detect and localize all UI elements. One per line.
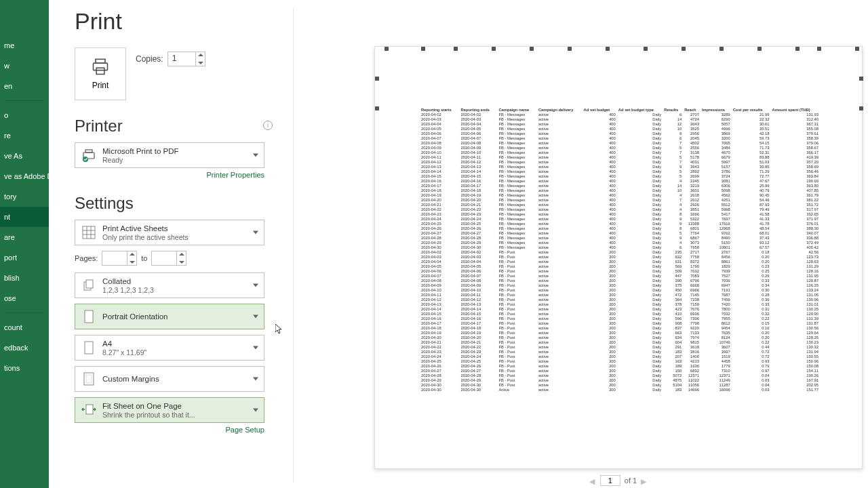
page-setup-link[interactable]: Page Setup — [75, 426, 264, 434]
margin-handle[interactable] — [375, 77, 379, 81]
prev-page-button[interactable]: ◀ — [589, 477, 596, 484]
copies-spinner[interactable] — [195, 52, 205, 66]
table-row: 2020-04-072020-04-07FB - Postactive200Da… — [420, 274, 820, 279]
table-row: 2020-04-172020-04-17FB - Postactive200Da… — [420, 321, 820, 326]
table-row: 2020-04-272020-04-27FB - Postactive200Da… — [420, 369, 820, 373]
sidebar-item-13[interactable]: count — [0, 317, 49, 338]
next-page-button[interactable]: ▶ — [641, 477, 648, 484]
sidebar-item-6[interactable]: ve as Adobe DF — [0, 166, 49, 186]
pages-from-spinner[interactable] — [127, 251, 136, 265]
copies-label: Copies: — [136, 54, 163, 64]
pages-label: Pages: — [75, 254, 98, 262]
panel-divider — [293, 8, 294, 483]
print-preview: Reporting startsReporting endsCampaign n… — [374, 46, 863, 469]
table-row: 2020-04-302020-04-30FB - Postactive200Da… — [420, 383, 820, 388]
orientation-select[interactable]: Portrait Orientation — [75, 304, 264, 329]
table-row: 2020-04-242020-04-24FB - Messagesactive4… — [420, 217, 820, 222]
table-row: 2020-04-202020-04-20FB - Postactive200Da… — [420, 336, 820, 340]
chevron-down-icon — [253, 231, 258, 235]
table-row: 2020-04-202020-04-20FB - Messagesactive4… — [420, 198, 820, 203]
table-row: 2020-04-052020-04-05FB - Postactive200Da… — [420, 264, 820, 269]
sidebar-item-8[interactable]: nt — [0, 207, 49, 227]
preview-table: Reporting startsReporting endsCampaign n… — [420, 108, 820, 392]
table-row: 2020-04-252020-04-25FB - Messagesactive4… — [420, 222, 820, 226]
margin-handle[interactable] — [859, 106, 863, 110]
sidebar-item-12[interactable]: ose — [0, 288, 49, 308]
ruler-tick[interactable] — [644, 47, 648, 51]
ruler-tick[interactable] — [530, 47, 534, 51]
ruler-tick[interactable] — [682, 47, 686, 51]
sidebar-item-15[interactable]: tions — [0, 358, 49, 378]
sidebar-item-2[interactable]: en — [0, 76, 49, 96]
printer-properties-link[interactable]: Printer Properties — [75, 171, 264, 179]
ruler-tick[interactable] — [384, 47, 389, 51]
sidebar-item-10[interactable]: port — [0, 247, 49, 268]
sidebar-item-14[interactable]: edback — [0, 338, 49, 358]
margins-select[interactable]: Custom Margins — [75, 366, 264, 392]
margin-handle[interactable] — [859, 77, 863, 81]
page-icon — [79, 338, 98, 357]
table-row: 2020-04-162020-04-16FB - Messagesactive4… — [420, 179, 820, 184]
sidebar-item-3[interactable]: o — [0, 105, 49, 125]
sidebar-item-11[interactable]: blish — [0, 268, 49, 288]
table-row: 2020-04-192020-04-19FB - Postactive200Da… — [420, 331, 820, 336]
paper-size-select[interactable]: A48.27" x 11.69" — [75, 335, 264, 361]
sidebar-item-9[interactable]: are — [0, 227, 49, 247]
chevron-down-icon — [253, 346, 258, 350]
current-page-input[interactable] — [600, 475, 620, 486]
svg-rect-1 — [94, 63, 108, 70]
table-row: 2020-04-292020-04-29FB - Postactive200Da… — [420, 378, 820, 383]
page-title: Print — [75, 8, 868, 35]
ruler-tick[interactable] — [492, 47, 496, 51]
table-row: 2020-04-112020-04-11FB - Messagesactive4… — [420, 155, 820, 160]
sidebar-item-7[interactable]: tory — [0, 186, 49, 207]
pages-to-spinner[interactable] — [176, 251, 186, 265]
table-row: 2020-04-072020-04-07FB - Messagesactive4… — [420, 136, 820, 141]
print-button[interactable]: Print — [75, 47, 126, 100]
pages-to-label: to — [141, 254, 147, 262]
table-row: 2020-04-292020-04-29FB - Messagesactive4… — [420, 241, 820, 245]
sidebar-item-0[interactable]: me — [0, 35, 49, 56]
table-row: 2020-04-082020-04-08FB - Postactive200Da… — [420, 279, 820, 283]
table-row: 2020-04-082020-04-08FB - Messagesactive4… — [420, 141, 820, 146]
table-row: 2020-04-122020-04-12FB - Messagesactive4… — [420, 160, 820, 165]
ruler-tick[interactable] — [454, 47, 458, 51]
sidebar-item-4[interactable]: re — [0, 125, 49, 146]
print-backstage: Print Print Copies: 1 Printer i Microsof… — [49, 0, 868, 488]
table-row: 2020-04-142020-04-14FB - Messagesactive4… — [420, 169, 820, 174]
ruler-tick[interactable] — [795, 47, 800, 51]
table-row: 2020-04-022020-04-02FB - Messagesactive4… — [420, 113, 820, 117]
sidebar-item-1[interactable]: w — [0, 56, 49, 76]
table-row: 2020-04-232020-04-23FB - Postactive200Da… — [420, 350, 820, 354]
svg-rect-16 — [86, 375, 92, 383]
ruler-tick[interactable] — [817, 47, 821, 51]
ruler-tick[interactable] — [606, 47, 610, 51]
table-row: 2020-04-192020-04-19FB - Messagesactive4… — [420, 193, 820, 198]
table-row: 2020-04-262020-04-26FB - Messagesactive4… — [420, 226, 820, 231]
margins-icon — [79, 369, 98, 388]
ruler-tick[interactable] — [421, 47, 425, 51]
fit-page-icon — [79, 401, 98, 420]
margin-handle[interactable] — [375, 106, 379, 110]
svg-rect-14 — [85, 342, 93, 354]
chevron-down-icon — [253, 409, 258, 412]
svg-rect-0 — [96, 59, 105, 63]
print-button-label: Print — [92, 81, 109, 90]
collate-select[interactable]: Collated1,2,3 1,2,3 1,2,3 — [75, 272, 264, 298]
pages-to-input[interactable] — [151, 251, 186, 266]
info-icon[interactable]: i — [263, 121, 273, 130]
table-row: 2020-04-282020-04-28FB - Messagesactive4… — [420, 236, 820, 241]
print-what-select[interactable]: Print Active SheetsOnly print the active… — [75, 220, 264, 245]
printer-select[interactable]: Microsoft Print to PDFReady — [75, 142, 264, 168]
table-row: 2020-04-102020-04-10FB - Messagesactive4… — [420, 150, 820, 155]
portrait-icon — [79, 307, 98, 326]
ruler-tick[interactable] — [757, 47, 762, 51]
svg-rect-17 — [86, 405, 93, 414]
ruler-tick[interactable] — [855, 47, 859, 51]
copies-input[interactable]: 1 — [167, 52, 205, 66]
pages-from-input[interactable] — [102, 251, 137, 266]
sidebar-item-5[interactable]: ve As — [0, 146, 49, 166]
scaling-select[interactable]: Fit Sheet on One PageShrink the printout… — [75, 397, 264, 423]
ruler-tick[interactable] — [719, 47, 724, 51]
ruler-tick[interactable] — [568, 47, 572, 51]
